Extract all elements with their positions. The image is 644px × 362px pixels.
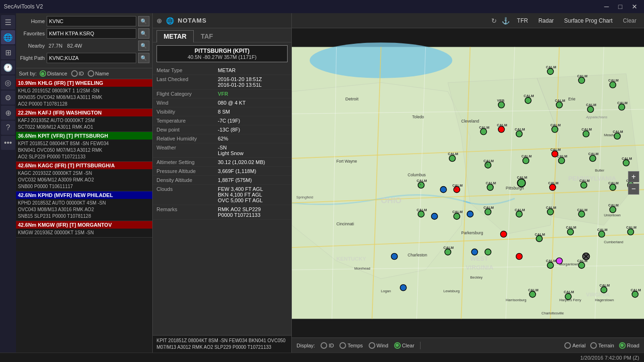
map-area: ↻ ⚓ TFR Radar Surface Prog Chart Clear — [292, 13, 644, 353]
pressure-alt-label: Pressure Altitude — [157, 168, 218, 174]
close-button[interactable]: ✕ — [629, 2, 640, 11]
list-item[interactable]: 36.6Nm KPIT (VFR) [T] PITTSBURGH KPIT 20… — [16, 132, 152, 162]
list-item[interactable]: 22.2Nm KAFJ (IFR) WASHINGTON KAFJ 201935… — [16, 109, 152, 132]
map-road-option[interactable]: Road — [619, 342, 639, 349]
flight-path-input[interactable] — [47, 53, 136, 63]
svg-text:CALM: CALM — [582, 127, 592, 132]
list-item[interactable]: 42.6Nm KMGW (IFR) [T] MORGANTOV KMGW 201… — [16, 221, 152, 238]
altimeter-value: 30.12 (1,020.02 MB) — [218, 159, 288, 165]
altimeter-label: Altimeter Setting — [157, 159, 218, 165]
metar-type-label: Metar Type — [157, 67, 218, 73]
home-row: Home 🔍 — [19, 16, 149, 26]
more-icon-btn[interactable]: ••• — [1, 136, 15, 150]
sort-name[interactable]: Name — [88, 70, 109, 77]
list-item[interactable]: 42.6Nm KPHD (MVFR) NEW PHILADEL KPHD 201… — [16, 191, 152, 221]
station-header: 42.6Nm KPHD (MVFR) NEW PHILADEL — [16, 191, 152, 199]
map-container[interactable]: Detroit Toledo Cleveland Fort Wayne Colu… — [292, 28, 644, 337]
svg-text:CALM: CALM — [566, 225, 577, 230]
display-id-radio[interactable] — [321, 342, 327, 349]
station-detail: KPHD 201853Z AUTO 00000KT 4SM -SNOVC043 … — [16, 199, 152, 221]
svg-text:CALM: CALM — [586, 103, 596, 107]
svg-text:CALM: CALM — [622, 156, 632, 161]
minimize-button[interactable]: ─ — [602, 2, 612, 11]
maximize-button[interactable]: □ — [616, 2, 625, 11]
station-coords: 40.5N -80.27W 357M (1171F) — [159, 54, 285, 60]
nearby-search-button[interactable]: 🔍 — [138, 41, 149, 51]
favorites-input[interactable] — [47, 28, 136, 39]
station-header: 22.2Nm KAFJ (IFR) WASHINGTON — [16, 109, 152, 116]
sort-id-radio[interactable] — [71, 70, 78, 77]
globe-icon-btn[interactable]: 🌐 — [1, 30, 15, 44]
upload-icon[interactable]: ⚓ — [502, 17, 510, 25]
map-aerial-radio[interactable] — [564, 342, 571, 349]
dew-point-row: Dew point -13C (8F) — [153, 125, 291, 134]
display-wind-label: Wind — [377, 343, 388, 348]
tab-taf[interactable]: TAF — [194, 30, 220, 42]
svg-text:Cincinnati: Cincinnati — [337, 222, 354, 226]
display-temps-radio[interactable] — [339, 342, 346, 349]
globe-small-icon[interactable]: 🌐 — [166, 17, 174, 25]
surface-prog-button[interactable]: Surface Prog Chart — [561, 16, 616, 25]
clock-icon-btn[interactable]: 🕐 — [1, 60, 15, 74]
home-input[interactable] — [47, 16, 136, 26]
map-zoom-controls: + − — [628, 171, 639, 195]
zoom-out-button[interactable]: − — [628, 183, 639, 195]
display-temps-option[interactable]: Temps — [339, 342, 363, 349]
display-id-option[interactable]: ID — [321, 342, 334, 349]
display-wind-option[interactable]: Wind — [369, 342, 388, 349]
svg-text:Butler: Butler — [595, 168, 604, 173]
display-clear-option[interactable]: Clear — [394, 342, 414, 349]
display-wind-radio[interactable] — [369, 342, 375, 349]
calculator-icon-btn[interactable]: ⊞ — [1, 45, 15, 59]
svg-text:VIRGINIA: VIRGINIA — [586, 292, 610, 297]
svg-text:CALM: CALM — [535, 232, 545, 237]
radar-button[interactable]: Radar — [536, 16, 557, 25]
last-checked-value: 2016-01-20 18:51Z 2016-01-20 13:51L — [218, 76, 288, 88]
flight-category-label: Flight Category — [157, 91, 218, 97]
display-clear-dot — [396, 344, 399, 347]
nearby-bearing: 82.4W — [64, 43, 136, 49]
refresh-icon[interactable]: ↻ — [491, 17, 497, 25]
network-icon-btn[interactable]: ⊕ — [1, 106, 15, 120]
sort-row: Sort by: Distance ID Name — [16, 68, 152, 79]
favorites-row: Favorites 🔍 — [19, 28, 149, 39]
dew-point-label: Dew point — [157, 127, 218, 132]
map-aerial-option[interactable]: Aerial — [564, 342, 586, 349]
remarks-label: Remarks — [157, 206, 218, 218]
favorites-search-button[interactable]: 🔍 — [138, 28, 149, 39]
svg-text:Charlottesville: Charlottesville — [542, 311, 564, 315]
svg-text:CALM: CALM — [577, 208, 587, 212]
svg-text:CALM: CALM — [521, 154, 532, 158]
home-search-button[interactable]: 🔍 — [138, 16, 149, 26]
clear-button[interactable]: Clear — [620, 16, 639, 25]
map-terrain-option[interactable]: Terrain — [590, 342, 614, 349]
svg-text:CALM: CALM — [452, 183, 462, 188]
svg-text:CALM: CALM — [557, 154, 568, 158]
list-item[interactable]: 42.6Nm KAGC (IFR) [T] PITTSBURGH/A KAGC … — [16, 162, 152, 191]
help-icon-btn[interactable]: ? — [1, 121, 15, 135]
menu-icon-btn[interactable]: ☰ — [1, 15, 15, 29]
location-icon-btn[interactable]: ◎ — [1, 75, 15, 90]
settings-icon-btn[interactable]: ⚙ — [1, 90, 15, 105]
tab-metar[interactable]: METAR — [157, 30, 194, 42]
sort-id[interactable]: ID — [71, 70, 84, 77]
svg-text:CALM: CALM — [484, 159, 494, 163]
svg-text:Detroit: Detroit — [345, 96, 358, 101]
nearby-row: Nearby 27.7N 82.4W 🔍 — [19, 41, 149, 51]
zoom-in-button[interactable]: + — [628, 171, 639, 182]
tfr-button[interactable]: TFR — [514, 16, 531, 25]
sort-distance-radio[interactable] — [40, 70, 46, 77]
crosshair-icon[interactable]: ⊕ — [157, 17, 162, 25]
map-terrain-radio[interactable] — [590, 342, 597, 349]
map-road-radio[interactable] — [619, 342, 626, 349]
station-list[interactable]: 10.9Nm KHLG (IFR) [T] WHEELING KHLG 2019… — [16, 79, 152, 353]
list-item[interactable]: 10.9Nm KHLG (IFR) [T] WHEELING KHLG 2019… — [16, 79, 152, 109]
svg-point-126 — [556, 258, 562, 264]
flight-path-search-button[interactable]: 🔍 — [138, 53, 149, 63]
svg-text:KENTUCKY: KENTUCKY — [337, 256, 366, 262]
svg-point-106 — [431, 213, 438, 219]
sort-distance[interactable]: Distance — [40, 70, 67, 77]
display-clear-radio[interactable] — [394, 342, 401, 349]
sort-name-radio[interactable] — [88, 70, 94, 77]
sort-distance-dot — [41, 72, 44, 75]
